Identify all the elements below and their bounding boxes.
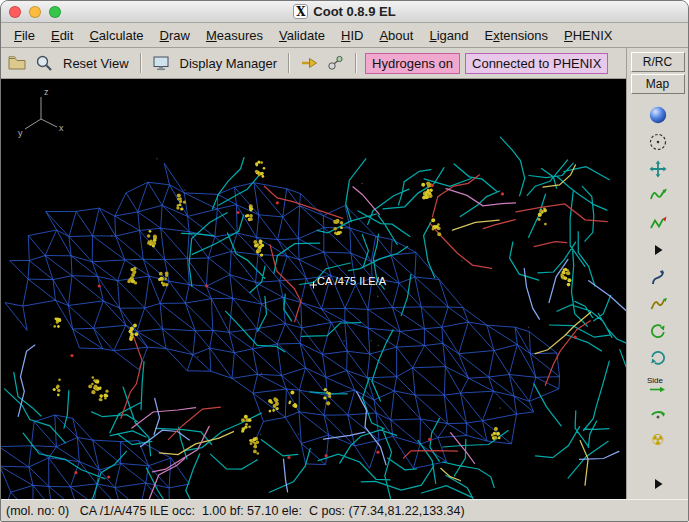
display-manager-button[interactable]: Display Manager [177,54,281,73]
display-manager-icon[interactable] [150,52,172,74]
tool-icon-column: Side☢ [627,101,688,501]
menu-measures[interactable]: Measures [198,25,271,46]
graphics-canvas[interactable]: zyx CA /475 ILE/A [1,79,628,501]
refine-zone-icon[interactable] [643,182,673,209]
window-title: X Coot 0.8.9 EL [293,4,395,19]
atoms-icon[interactable] [325,52,347,74]
map-button[interactable]: Map [631,74,685,94]
go-to-atom-icon[interactable] [298,52,320,74]
svg-text:z: z [44,87,49,97]
sphere-icon[interactable] [643,101,673,128]
svg-text:Side: Side [647,376,664,385]
more-tools-icon[interactable] [643,470,673,497]
rotamers-icon[interactable] [643,317,673,344]
titlebar: X Coot 0.8.9 EL [1,1,688,23]
menu-file[interactable]: File [6,25,43,46]
regularize-zone-icon[interactable] [643,209,673,236]
phenix-connection-badge[interactable]: Connected to PHENIX [465,53,608,74]
hydrogens-toggle-badge[interactable]: Hydrogens on [365,53,460,74]
rrc-button[interactable]: R/RC [631,52,685,72]
coot-window: X Coot 0.8.9 EL FileEditCalculateDrawMea… [0,0,689,522]
status-text: (mol. no: 0) CA /1/A/475 ILE occ: 1.00 b… [6,504,465,518]
atom-label: CA /475 ILE/A [317,275,386,287]
svg-text:x: x [59,123,64,133]
reset-view-button[interactable]: Reset View [60,54,132,73]
radiation-icon[interactable]: ☢ [643,425,673,452]
close-button[interactable] [9,6,21,18]
svg-text:y: y [18,128,23,138]
jed-flip-icon[interactable] [643,398,673,425]
x11-logo-icon: X [293,4,308,19]
menu-draw[interactable]: Draw [152,25,198,46]
magnifier-icon[interactable] [33,52,55,74]
auto-fit-rotamer-icon[interactable] [643,290,673,317]
side-chain-flip-icon[interactable]: Side [643,371,673,398]
edit-chi-angles-icon[interactable] [643,344,673,371]
menu-hid[interactable]: HID [333,25,371,46]
window-title-text: Coot 0.8.9 EL [313,4,395,19]
right-tool-panel: R/RC Map Side☢ [626,48,688,501]
toolbar-separator [355,53,357,73]
open-folder-icon[interactable] [6,52,28,74]
expand-tools-icon[interactable] [643,236,673,263]
menu-edit[interactable]: Edit [43,25,81,46]
svg-text:☢: ☢ [651,430,664,448]
dashed-sphere-icon[interactable] [643,128,673,155]
traffic-lights [9,6,61,18]
menu-extensions[interactable]: Extensions [476,25,556,46]
translate-view-icon[interactable] [643,155,673,182]
menu-phenix[interactable]: PHENIX [556,25,620,46]
minimize-button[interactable] [29,6,41,18]
menu-ligand[interactable]: Ligand [421,25,476,46]
status-bar: (mol. no: 0) CA /1/A/475 ILE occ: 1.00 b… [1,499,688,521]
toolbar-separator [288,53,290,73]
menu-about[interactable]: About [371,25,421,46]
rotate-translate-icon[interactable] [643,263,673,290]
molecule-scene: zyx [1,79,628,501]
menu-bar: FileEditCalculateDrawMeasuresValidateHID… [1,23,688,48]
menu-validate[interactable]: Validate [271,25,333,46]
main-toolbar: Reset View Display Manager Hydrogens on … [1,48,628,79]
zoom-button[interactable] [49,6,61,18]
menu-calculate[interactable]: Calculate [81,25,151,46]
toolbar-separator [140,53,142,73]
